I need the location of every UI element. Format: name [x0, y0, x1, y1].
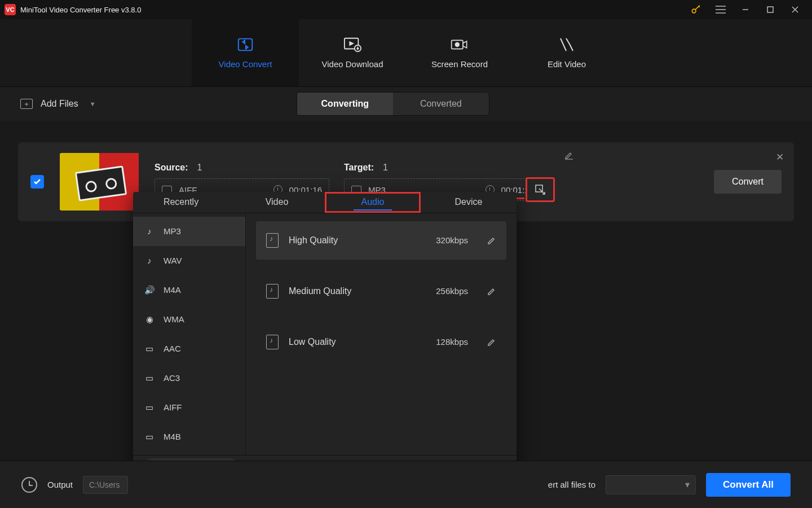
quality-rate: 256kbps — [423, 286, 468, 296]
speaker-icon: 🔊 — [143, 285, 156, 295]
file-thumbnail — [60, 153, 139, 211]
nav-label: Video Convert — [219, 59, 272, 69]
aiff-icon: ▭ — [143, 402, 156, 413]
convert-all-target-dropdown[interactable]: ▾ — [606, 475, 696, 494]
minimize-button[interactable] — [733, 0, 758, 19]
add-files-icon — [20, 99, 33, 109]
quality-rate: 320kbps — [423, 235, 468, 245]
aac-icon: ▭ — [143, 344, 156, 354]
quality-item-low[interactable]: Low Quality 128kbps — [256, 323, 506, 361]
format-label: WMA — [164, 314, 184, 324]
toolbar: Add Files ▼ Converting Converted — [0, 87, 812, 121]
speaker-icon: ◉ — [143, 314, 156, 325]
format-item-aac[interactable]: ▭AAC — [133, 334, 245, 364]
audio-file-icon — [266, 233, 279, 248]
nav-video-download[interactable]: Video Download — [299, 19, 406, 86]
nav-edit-video[interactable]: Edit Video — [513, 19, 620, 86]
popup-tab-recently[interactable]: Recently — [133, 192, 229, 213]
tab-converted[interactable]: Converted — [393, 93, 489, 115]
nav-label: Screen Record — [431, 59, 488, 69]
menu-icon[interactable] — [708, 0, 733, 19]
target-format-selector[interactable] — [526, 177, 555, 202]
quality-name: Low Quality — [289, 337, 413, 347]
audio-file-icon — [266, 335, 279, 349]
format-picker-popup: Recently Video Audio Device ♪MP3 ♪WAV 🔊M… — [133, 192, 517, 480]
close-button[interactable] — [783, 0, 807, 19]
ac3-icon: ▭ — [143, 373, 156, 383]
m4b-icon: ▭ — [143, 432, 156, 442]
format-item-m4a[interactable]: 🔊M4A — [133, 275, 245, 305]
format-label: M4A — [164, 285, 181, 295]
status-tabs: Converting Converted — [297, 92, 489, 116]
edit-quality-icon[interactable] — [487, 236, 496, 245]
convert-all-button[interactable]: Convert All — [706, 473, 791, 497]
source-count: 1 — [197, 163, 202, 173]
edit-icon — [558, 37, 576, 52]
quality-name: Medium Quality — [289, 286, 413, 296]
target-count: 1 — [383, 163, 388, 173]
svg-rect-5 — [767, 7, 773, 12]
format-label: AAC — [164, 344, 181, 353]
popup-tab-audio[interactable]: Audio — [325, 192, 421, 213]
format-label: AIFF — [164, 402, 182, 412]
record-icon — [451, 37, 469, 52]
nav-label: Edit Video — [548, 59, 586, 69]
edit-target-icon[interactable] — [564, 150, 574, 160]
format-item-wav[interactable]: ♪WAV — [133, 246, 245, 275]
convert-icon — [236, 37, 254, 52]
alarm-icon[interactable] — [21, 477, 37, 493]
chevron-down-icon: ▾ — [685, 479, 690, 490]
file-checkbox[interactable] — [30, 175, 44, 189]
titlebar: VC MiniTool Video Converter Free v3.8.0 — [0, 0, 812, 19]
popup-tabs: Recently Video Audio Device — [133, 192, 517, 213]
download-icon — [343, 37, 361, 52]
output-path-text: C:\Users — [89, 480, 120, 489]
format-label: MP3 — [164, 226, 181, 236]
top-nav: Video Convert Video Download Screen Reco… — [0, 19, 812, 87]
format-list[interactable]: ♪MP3 ♪WAV 🔊M4A ◉WMA ▭AAC ▭AC3 ▭AIFF ▭M4B — [133, 213, 246, 455]
quality-item-high[interactable]: High Quality 320kbps — [256, 221, 506, 260]
audio-file-icon — [266, 284, 279, 299]
quality-item-medium[interactable]: Medium Quality 256kbps — [256, 272, 506, 310]
format-item-wma[interactable]: ◉WMA — [133, 305, 245, 334]
remove-file-button[interactable]: ✕ — [776, 151, 784, 163]
convert-all-target-label: ert all files to — [548, 480, 595, 489]
format-item-ac3[interactable]: ▭AC3 — [133, 364, 245, 393]
format-item-aiff[interactable]: ▭AIFF — [133, 393, 245, 422]
popup-tab-video[interactable]: Video — [229, 192, 325, 213]
format-label: M4B — [164, 432, 181, 441]
quality-name: High Quality — [289, 235, 413, 246]
nav-video-convert[interactable]: Video Convert — [192, 19, 299, 86]
music-icon: ♪ — [143, 226, 156, 237]
quality-rate: 128kbps — [423, 337, 468, 347]
quality-list: High Quality 320kbps Medium Quality 256k… — [246, 213, 517, 455]
key-icon[interactable] — [683, 0, 708, 19]
output-path-field[interactable]: C:\Users — [83, 476, 128, 494]
music-icon: ♪ — [143, 256, 156, 266]
maximize-button[interactable] — [758, 0, 783, 19]
format-label: AC3 — [164, 373, 180, 383]
format-item-m4b[interactable]: ▭M4B — [133, 422, 245, 452]
add-files-label: Add Files — [41, 99, 78, 109]
app-logo: VC — [5, 4, 16, 15]
output-label: Output — [47, 480, 73, 489]
format-item-mp3[interactable]: ♪MP3 — [133, 217, 245, 246]
app-title: MiniTool Video Converter Free v3.8.0 — [20, 6, 683, 14]
format-label: WAV — [164, 256, 182, 265]
source-label: Source: — [155, 163, 188, 173]
nav-label: Video Download — [322, 59, 383, 69]
edit-quality-icon[interactable] — [487, 287, 496, 296]
convert-button[interactable]: Convert — [714, 170, 782, 194]
chevron-down-icon: ▼ — [90, 100, 96, 107]
add-files-button[interactable]: Add Files ▼ — [20, 99, 96, 109]
svg-point-0 — [692, 9, 696, 13]
tab-converting[interactable]: Converting — [297, 93, 393, 115]
edit-quality-icon[interactable] — [487, 338, 496, 347]
target-label: Target: — [344, 163, 374, 173]
bottom-bar: Output C:\Users ert all files to ▾ Conve… — [0, 461, 812, 508]
popup-tab-device[interactable]: Device — [421, 192, 517, 213]
nav-screen-record[interactable]: Screen Record — [406, 19, 513, 86]
svg-point-12 — [455, 43, 459, 47]
